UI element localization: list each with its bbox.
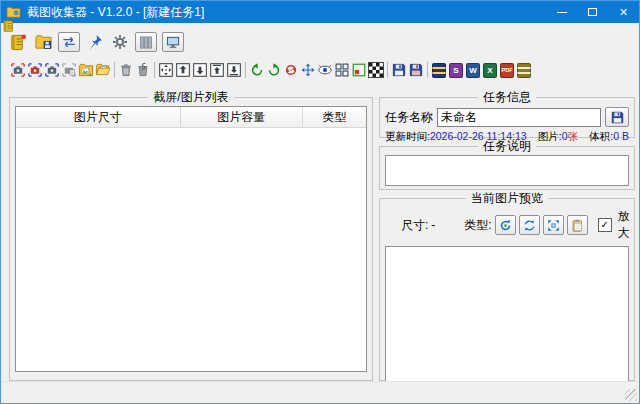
rotate-view-icon — [498, 218, 513, 233]
window-title: 截图收集器 - V1.2.0 - [新建任务1] — [27, 4, 204, 21]
preview-size-value: - — [431, 218, 435, 232]
view-icon[interactable] — [317, 62, 333, 79]
resize-grip[interactable] — [625, 389, 637, 401]
preview-header: 当前图片预览 — [466, 190, 548, 207]
export-archive-icon[interactable] — [431, 62, 447, 79]
refresh-view-button[interactable] — [519, 215, 540, 235]
minimize-button[interactable] — [546, 1, 577, 23]
new-task-icon[interactable] — [8, 32, 28, 52]
paste-image-icon — [570, 218, 585, 233]
list-header-row: 图片尺寸 图片容量 类型 — [16, 107, 366, 128]
open-task-icon[interactable] — [33, 32, 53, 52]
screenshot-list-header: 截屏/图片列表 — [148, 89, 233, 106]
column-header-size[interactable]: 图片尺寸 — [16, 107, 181, 127]
export-word-icon[interactable]: W — [465, 62, 481, 79]
toolbar-separator — [245, 62, 246, 78]
capture-element-icon[interactable] — [61, 62, 77, 79]
move-top-icon[interactable] — [209, 62, 225, 79]
app-window: 截图收集器 - V1.2.0 - [新建任务1] × — [0, 0, 640, 404]
capture-fullscreen-icon[interactable] — [10, 62, 26, 79]
task-desc-input[interactable] — [385, 155, 629, 186]
status-bar — [1, 381, 639, 403]
toolbar-separator — [154, 62, 155, 78]
task-info-header: 任务信息 — [478, 89, 536, 106]
settings-gear-icon[interactable] — [110, 32, 130, 52]
task-name-label: 任务名称 — [385, 109, 433, 126]
column-header-type[interactable]: 类型 — [303, 107, 366, 127]
toolbar-separator — [427, 62, 428, 78]
rotate-icon[interactable] — [283, 62, 299, 79]
transparency-icon[interactable] — [368, 62, 384, 79]
import-image-icon[interactable] — [78, 62, 94, 79]
move-down-icon[interactable] — [192, 62, 208, 79]
task-info-panel: 任务信息 任务名称 更新时间:2026-02-26 11:14:13 图片:0张… — [379, 89, 635, 138]
export-excel-icon[interactable]: X — [482, 62, 498, 79]
task-name-input[interactable] — [437, 108, 601, 127]
save-icon[interactable] — [391, 62, 407, 79]
fit-view-button[interactable] — [543, 215, 564, 235]
move-icon[interactable] — [158, 62, 174, 79]
toolbar-separator — [114, 62, 115, 78]
task-desc-panel: 任务说明 — [379, 138, 635, 190]
floppy-icon — [610, 110, 625, 125]
pin-icon[interactable] — [85, 32, 105, 52]
main-toolbar — [8, 30, 184, 54]
task-desc-header: 任务说明 — [478, 138, 536, 155]
toolbar-separator — [387, 62, 388, 78]
paste-image-button[interactable] — [567, 215, 588, 235]
columns-panel-icon[interactable] — [135, 32, 157, 52]
screenshot-list-panel: 截屏/图片列表 图片尺寸 图片容量 类型 — [9, 89, 373, 381]
export-text-icon[interactable] — [516, 62, 532, 79]
undo-icon[interactable] — [249, 62, 265, 79]
save-task-button[interactable] — [605, 107, 629, 127]
maximize-button[interactable] — [577, 1, 608, 23]
zoom-checkbox-label: 放大 — [618, 208, 630, 242]
export-pdf-icon[interactable]: PDF — [499, 62, 515, 79]
move-up-icon[interactable] — [175, 62, 191, 79]
import-folder-icon[interactable] — [95, 62, 111, 79]
zoom-checkbox[interactable]: ✓ — [598, 218, 612, 232]
capture-window-icon[interactable] — [44, 62, 60, 79]
list-body-empty — [16, 128, 366, 371]
move-bottom-icon[interactable] — [226, 62, 242, 79]
preview-area — [385, 246, 629, 387]
preview-type-label: 类型: — [464, 217, 491, 234]
preview-size-label: 尺寸: — [401, 217, 428, 234]
crop-icon[interactable] — [351, 62, 367, 79]
rotate-view-button[interactable] — [495, 215, 516, 235]
preview-panel: 当前图片预览 尺寸: - 类型: ✓ 放大 — [379, 190, 635, 381]
tile-icon[interactable] — [334, 62, 350, 79]
export-share-icon[interactable]: S — [448, 62, 464, 79]
transfer-icon[interactable] — [58, 32, 80, 52]
resize-icon[interactable] — [300, 62, 316, 79]
titlebar[interactable]: 截图收集器 - V1.2.0 - [新建任务1] × — [1, 1, 639, 23]
redo-icon[interactable] — [266, 62, 282, 79]
monitor-capture-icon[interactable] — [162, 32, 184, 52]
delete-all-icon[interactable] — [135, 62, 151, 79]
refresh-view-icon — [522, 218, 537, 233]
app-folder-icon — [6, 6, 21, 19]
fit-view-icon — [546, 218, 561, 233]
close-button[interactable]: × — [608, 1, 639, 23]
column-header-capacity[interactable]: 图片容量 — [181, 107, 304, 127]
screenshot-list: 图片尺寸 图片容量 类型 — [15, 106, 367, 372]
delete-icon[interactable] — [118, 62, 134, 79]
capture-toolbar: S W X PDF — [10, 61, 532, 79]
save-as-icon[interactable] — [408, 62, 424, 79]
capture-region-icon[interactable] — [27, 62, 43, 79]
